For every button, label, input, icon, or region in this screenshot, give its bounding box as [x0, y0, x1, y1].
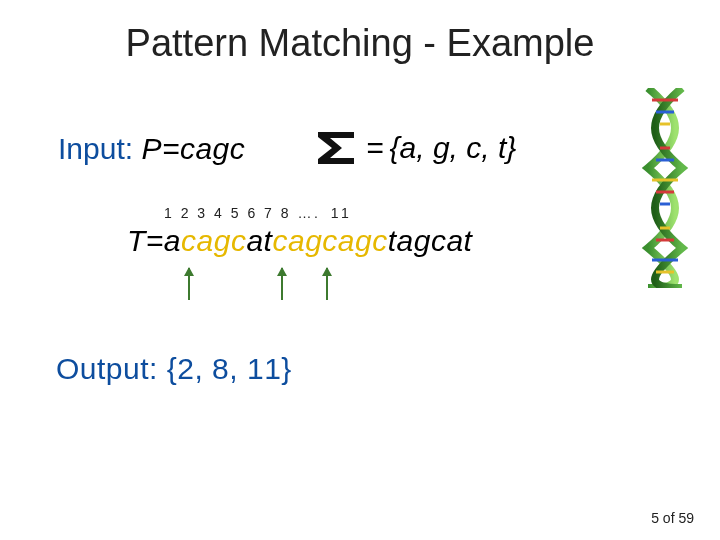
page-current: 5 [651, 510, 659, 526]
output-value: {2, 8, 11} [167, 352, 292, 385]
output-line: Output: {2, 8, 11} [56, 352, 292, 386]
page-title: Pattern Matching - Example [0, 22, 720, 65]
alphabet-block: = {a, g, c, t} [312, 128, 516, 168]
sigma-icon [312, 128, 360, 168]
seq-s3: tagcat [388, 224, 473, 257]
input-label: Input: [58, 132, 141, 165]
dna-helix-icon [636, 88, 694, 288]
seq-s2: at [246, 224, 272, 257]
indices-first: 1 2 3 4 5 6 7 8 …. [164, 205, 327, 221]
input-line: Input: P=cagc [58, 132, 245, 166]
pattern-value: cagc [180, 132, 245, 165]
seq-prefix: T= [127, 224, 164, 257]
slide: Pattern Matching - Example Input: P=cagc… [0, 0, 720, 540]
page-of: of [659, 510, 678, 526]
seq-match-2: cagcagc [272, 224, 387, 257]
sequence-line: T=acagcatcagcagctagcat [127, 224, 472, 258]
page-footer: 5 of 59 [651, 510, 694, 526]
index-ruler: 1 2 3 4 5 6 7 8 …. 11 [164, 205, 351, 221]
match-arrow-3 [326, 268, 328, 300]
alphabet-equals: = [366, 131, 384, 165]
seq-match-1: cagc [181, 224, 246, 257]
seq-s1: a [164, 224, 181, 257]
output-label: Output: [56, 352, 167, 385]
pattern-prefix: P= [141, 132, 180, 165]
match-arrow-1 [188, 268, 190, 300]
indices-eleven: 11 [331, 205, 352, 221]
alphabet-set: {a, g, c, t} [390, 131, 517, 165]
match-arrow-2 [281, 268, 283, 300]
page-total: 59 [678, 510, 694, 526]
